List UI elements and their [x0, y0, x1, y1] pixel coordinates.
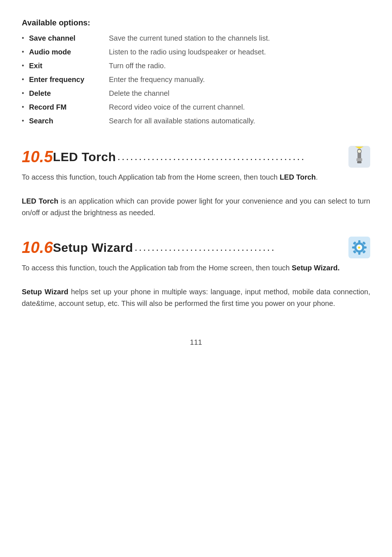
section-10-5-dots: ........................................…	[118, 151, 346, 163]
section-10-5: 10.5 LED Torch .........................…	[22, 146, 370, 218]
section-10-6-number: 10.6	[22, 238, 53, 257]
table-row: •Enter frequencyEnter the frequency manu…	[22, 73, 370, 86]
section-10-5-intro-text: To access this function, touch Applicati…	[22, 173, 279, 181]
section-10-5-intro-bold: LED Torch	[279, 173, 316, 181]
svg-rect-5	[357, 161, 362, 163]
option-description: Record video voice of the current channe…	[109, 100, 370, 114]
section-10-6-body-text: helps set up your phone in multiple ways…	[22, 288, 370, 307]
table-row: •DeleteDelete the channel	[22, 86, 370, 100]
section-10-6-dots: .................................	[135, 242, 346, 253]
svg-rect-12	[352, 246, 355, 249]
setup-wizard-icon: ★	[348, 237, 370, 258]
table-row: •Audio modeListen to the radio using lou…	[22, 45, 370, 59]
svg-text:★: ★	[357, 245, 361, 250]
table-row: •ExitTurn off the radio.	[22, 59, 370, 73]
svg-rect-10	[358, 240, 360, 243]
section-10-6-heading: 10.6 Setup Wizard ......................…	[22, 237, 370, 258]
bullet-cell: •	[22, 73, 29, 86]
bullet-cell: •	[22, 100, 29, 114]
option-description: Delete the channel	[109, 86, 370, 100]
svg-rect-13	[364, 246, 367, 249]
bullet-cell: •	[22, 45, 29, 59]
section-10-6: 10.6 Setup Wizard ......................…	[22, 237, 370, 309]
bullet-cell: •	[22, 31, 29, 45]
section-10-5-number: 10.5	[22, 148, 53, 166]
option-description: Listen to the radio using loudspeaker or…	[109, 45, 370, 59]
bullet-cell: •	[22, 114, 29, 128]
table-row: •Save channelSave the current tuned stat…	[22, 31, 370, 45]
section-10-5-heading: 10.5 LED Torch .........................…	[22, 146, 370, 168]
torch-icon	[348, 146, 370, 168]
option-label: Delete	[29, 86, 109, 100]
section-10-6-body-bold: Setup Wizard	[22, 288, 68, 296]
table-row: •SearchSearch for all available stations…	[22, 114, 370, 128]
svg-point-6	[358, 150, 361, 153]
option-description: Enter the frequency manually.	[109, 73, 370, 86]
section-10-5-body-text: is an application which can provide powe…	[22, 197, 370, 217]
section-10-6-intro-bold: Setup Wizard.	[292, 264, 340, 272]
svg-rect-2	[356, 158, 362, 161]
svg-rect-11	[358, 252, 360, 255]
option-description: Search for all available stations automa…	[109, 114, 370, 128]
option-label: Save channel	[29, 31, 109, 45]
option-label: Record FM	[29, 100, 109, 114]
options-table: •Save channelSave the current tuned stat…	[22, 31, 370, 128]
section-10-5-intro: To access this function, touch Applicati…	[22, 171, 370, 183]
section-10-5-intro-end: .	[316, 173, 318, 181]
bullet-cell: •	[22, 59, 29, 73]
option-label: Audio mode	[29, 45, 109, 59]
section-10-5-body-bold: LED Torch	[22, 197, 58, 205]
option-label: Enter frequency	[29, 73, 109, 86]
page-number: 111	[22, 338, 370, 347]
section-10-6-intro: To access this function, touch the Appli…	[22, 262, 370, 274]
available-options-heading: Available options:	[22, 18, 370, 28]
option-description: Save the current tuned station to the ch…	[109, 31, 370, 45]
section-10-6-intro-text: To access this function, touch the Appli…	[22, 264, 292, 272]
section-10-6-body: Setup Wizard helps set up your phone in …	[22, 286, 370, 309]
section-10-5-body: LED Torch is an application which can pr…	[22, 195, 370, 218]
section-10-5-title: LED Torch	[53, 150, 116, 164]
bullet-cell: •	[22, 86, 29, 100]
section-10-6-title: Setup Wizard	[53, 241, 133, 255]
table-row: •Record FMRecord video voice of the curr…	[22, 100, 370, 114]
option-description: Turn off the radio.	[109, 59, 370, 73]
option-label: Exit	[29, 59, 109, 73]
available-options-section: Available options: •Save channelSave the…	[22, 18, 370, 128]
option-label: Search	[29, 114, 109, 128]
